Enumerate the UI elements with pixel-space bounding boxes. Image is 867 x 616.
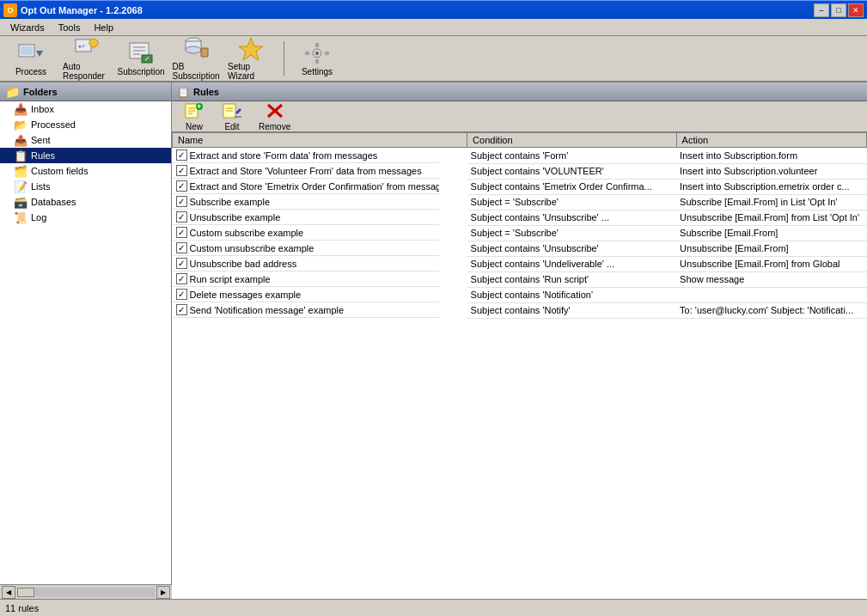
rule-condition: Subject contains 'Unsubscribe' xyxy=(467,241,677,256)
subscription-button[interactable]: ✓ Subscription xyxy=(115,39,167,78)
rule-condition: Subject contains 'Form' xyxy=(467,148,677,164)
menu-help[interactable]: Help xyxy=(87,21,120,34)
sidebar-item-sent[interactable]: 📤 Sent xyxy=(0,132,171,148)
sidebar-header: 📁 Folders xyxy=(0,82,171,101)
rule-checkbox[interactable] xyxy=(176,180,187,192)
rule-checkbox[interactable] xyxy=(176,196,187,207)
subscription-icon: ✓ xyxy=(127,41,155,65)
edit-rule-button[interactable]: Edit xyxy=(215,105,249,129)
rule-name: Subscribe example xyxy=(190,197,271,207)
table-row[interactable]: Extract and Store 'Emetrix Order Confirm… xyxy=(173,179,867,194)
table-row[interactable]: Extract and store 'Form data' from messa… xyxy=(173,148,867,164)
sidebar-item-processed[interactable]: 📂 Processed xyxy=(0,117,171,132)
rule-checkbox[interactable] xyxy=(176,165,187,176)
db-subscription-icon xyxy=(182,36,210,60)
table-row[interactable]: Delete messages exampleSubject contains … xyxy=(173,287,867,302)
auto-responder-button[interactable]: ↩ Auto Responder xyxy=(60,39,112,78)
rule-name: Run script example xyxy=(190,274,271,284)
table-row[interactable]: Send 'Notification message' exampleSubje… xyxy=(173,302,867,318)
folders-icon: 📁 xyxy=(5,85,20,99)
rules-icon: 📋 xyxy=(14,149,27,162)
close-button[interactable]: ✕ xyxy=(848,3,864,17)
minimize-button[interactable]: – xyxy=(814,3,829,17)
sidebar-label-sent: Sent xyxy=(31,135,51,145)
table-row[interactable]: Unsubscribe exampleSubject contains 'Uns… xyxy=(173,210,867,225)
rule-checkbox[interactable] xyxy=(176,304,187,315)
maximize-button[interactable]: □ xyxy=(831,3,846,17)
table-row[interactable]: Extract and Store 'Volunteer From' data … xyxy=(173,163,867,179)
rule-checkbox[interactable] xyxy=(176,273,187,284)
sidebar-item-inbox[interactable]: 📥 Inbox xyxy=(0,101,171,117)
setup-wizard-label: Setup Wizard xyxy=(228,62,274,81)
svg-rect-15 xyxy=(201,48,208,57)
toolbar-separator xyxy=(284,41,284,76)
new-rule-button[interactable]: + New xyxy=(177,105,211,129)
sidebar-label-lists: Lists xyxy=(31,181,51,192)
rule-action: Subscribe [Email.From] xyxy=(676,225,866,241)
rule-name: Delete messages example xyxy=(190,290,302,300)
table-row[interactable]: Run script exampleSubject contains 'Run … xyxy=(173,271,867,287)
rule-action: Insert into Subscription.volunteer xyxy=(676,163,866,179)
settings-button[interactable]: Settings xyxy=(291,39,343,78)
db-subscription-label: DB Subscription xyxy=(172,62,219,81)
content-area: 📋 Rules + New xyxy=(172,82,867,599)
sidebar: 📁 Folders 📥 Inbox 📂 Processed 📤 Sent 📋 R… xyxy=(0,82,172,599)
setup-wizard-button[interactable]: Setup Wizard xyxy=(225,39,277,78)
sidebar-item-rules[interactable]: 📋 Rules xyxy=(0,148,171,163)
table-row[interactable]: Unsubscribe bad addressSubject contains … xyxy=(173,256,867,271)
rules-toolbar: + New Edit xyxy=(172,101,867,132)
remove-icon xyxy=(266,102,284,122)
new-icon: + xyxy=(185,102,204,122)
rules-panel-header: 📋 Rules xyxy=(172,82,867,101)
remove-rule-button[interactable]: Remove xyxy=(253,105,296,129)
svg-text:✓: ✓ xyxy=(144,55,150,63)
process-button[interactable]: Process xyxy=(5,39,57,78)
rule-name: Custom subscribe example xyxy=(190,228,304,238)
rule-checkbox[interactable] xyxy=(176,149,187,161)
sidebar-scrollbar[interactable]: ◀ ▶ xyxy=(0,584,172,599)
rule-name: Extract and Store 'Volunteer From' data … xyxy=(190,166,422,176)
status-text: 11 rules xyxy=(5,603,39,613)
process-label: Process xyxy=(15,67,46,76)
rule-action: To: 'user@lucky.com' Subject: 'Notificat… xyxy=(676,302,866,318)
rule-checkbox[interactable] xyxy=(176,211,187,223)
sidebar-label-inbox: Inbox xyxy=(31,104,54,114)
svg-rect-19 xyxy=(315,43,319,47)
svg-point-5 xyxy=(89,39,98,47)
sidebar-label-databases: Databases xyxy=(31,197,76,207)
menu-wizards[interactable]: Wizards xyxy=(3,21,52,34)
subscription-label: Subscription xyxy=(117,67,164,76)
rule-checkbox[interactable] xyxy=(176,227,187,238)
lists-icon: 📝 xyxy=(14,180,27,193)
auto-responder-label: Auto Responder xyxy=(63,62,109,81)
sidebar-title: Folders xyxy=(23,87,58,97)
rule-checkbox[interactable] xyxy=(176,242,187,253)
rule-condition: Subject contains 'Run script' xyxy=(467,271,677,287)
svg-marker-32 xyxy=(235,108,241,114)
sidebar-label-rules: Rules xyxy=(31,150,55,161)
scroll-thumb[interactable] xyxy=(17,588,34,597)
rule-condition: Subject contains 'VOLUNTEER' xyxy=(467,163,677,179)
menu-tools[interactable]: Tools xyxy=(52,21,88,34)
rules-table-container[interactable]: Name Condition Action Extract and store … xyxy=(172,132,867,599)
sidebar-item-custom-fields[interactable]: 🗂️ Custom fields xyxy=(0,163,171,179)
scroll-track xyxy=(17,588,155,597)
rule-name: Unsubscribe example xyxy=(190,212,281,223)
rule-action: Unsubscribe [Email.From] from List 'Opt … xyxy=(676,210,866,225)
svg-text:+: + xyxy=(197,102,201,111)
rule-checkbox[interactable] xyxy=(176,258,187,269)
table-row[interactable]: Subscribe exampleSubject = 'Subscribe'Su… xyxy=(173,194,867,210)
scroll-right-button[interactable]: ▶ xyxy=(156,586,170,599)
sidebar-item-lists[interactable]: 📝 Lists xyxy=(0,179,171,194)
sent-icon: 📤 xyxy=(14,134,27,147)
scroll-left-button[interactable]: ◀ xyxy=(2,586,15,599)
table-row[interactable]: Custom subscribe exampleSubject = 'Subsc… xyxy=(173,225,867,241)
sidebar-item-databases[interactable]: 🗃️ Databases xyxy=(0,194,171,210)
db-subscription-button[interactable]: DB Subscription xyxy=(170,39,222,78)
svg-rect-22 xyxy=(325,52,329,55)
rule-checkbox[interactable] xyxy=(176,289,187,300)
sidebar-item-log[interactable]: 📜 Log xyxy=(0,210,171,225)
title-controls: – □ ✕ xyxy=(814,3,864,17)
table-row[interactable]: Custom unsubscribe exampleSubject contai… xyxy=(173,241,867,256)
column-header-condition: Condition xyxy=(467,133,677,148)
